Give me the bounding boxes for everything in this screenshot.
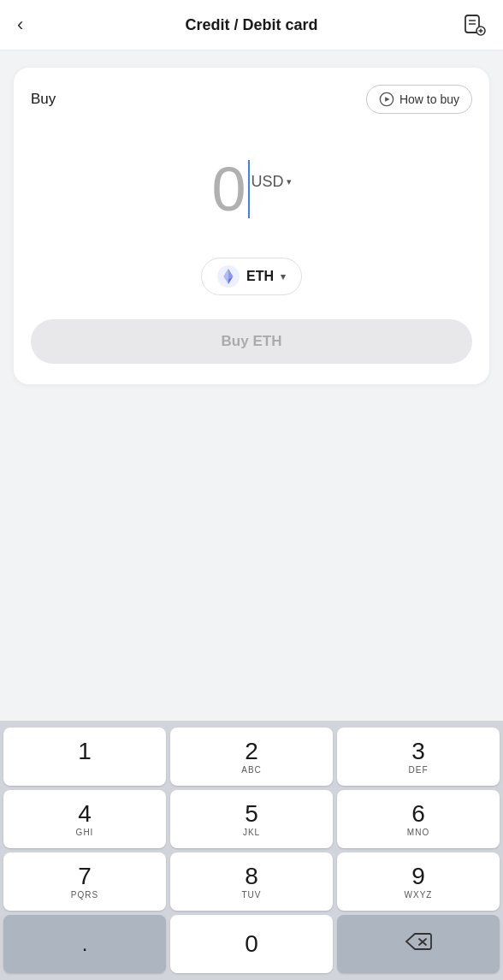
key-dot[interactable]: . [3, 915, 166, 973]
keyboard-row-2: 4 GHI 5 JKL 6 MNO [3, 790, 500, 848]
purchase-card: Buy How to buy 0 USD ▾ [14, 68, 489, 384]
backspace-icon [405, 932, 432, 956]
currency-selector[interactable]: USD ▾ [252, 173, 292, 191]
key-8[interactable]: 8 TUV [170, 852, 333, 911]
key-2[interactable]: 2 ABC [170, 728, 333, 786]
key-6[interactable]: 6 MNO [337, 790, 500, 848]
play-icon [379, 92, 394, 107]
key-3[interactable]: 3 DEF [337, 728, 500, 786]
keyboard-row-3: 7 PQRS 8 TUV 9 WXYZ [3, 852, 500, 911]
chevron-down-icon: ▾ [287, 176, 292, 187]
cursor-line [248, 160, 250, 218]
currency-label: USD [252, 173, 284, 191]
eth-logo-icon [217, 265, 240, 288]
crypto-selector-wrap: ETH ▾ [31, 258, 472, 295]
svg-marker-7 [385, 97, 389, 101]
crypto-selector[interactable]: ETH ▾ [201, 258, 302, 295]
key-backspace[interactable] [337, 915, 500, 973]
settings-icon [464, 14, 486, 36]
buy-eth-button[interactable]: Buy ETH [31, 319, 472, 364]
crypto-symbol: ETH [246, 269, 274, 284]
amount-value: 0 [211, 158, 246, 220]
crypto-chevron-icon: ▾ [281, 271, 286, 282]
card-top-row: Buy How to buy [31, 85, 472, 114]
key-5[interactable]: 5 JKL [170, 790, 333, 848]
key-9[interactable]: 9 WXYZ [337, 852, 500, 911]
keyboard-row-4: . 0 [3, 915, 500, 973]
page-title: Credit / Debit card [185, 16, 317, 34]
key-1[interactable]: 1 [3, 728, 166, 786]
header: ‹ Credit / Debit card [0, 0, 503, 50]
back-button[interactable]: ‹ [17, 14, 48, 36]
amount-row: 0 USD ▾ [211, 158, 291, 220]
key-7[interactable]: 7 PQRS [3, 852, 166, 911]
key-0[interactable]: 0 [170, 915, 333, 973]
numpad-keyboard: 1 2 ABC 3 DEF 4 GHI 5 JKL 6 MNO 7 PQRS [0, 721, 503, 980]
settings-button[interactable] [455, 14, 486, 36]
amount-area: 0 USD ▾ [31, 138, 472, 241]
keyboard-row-1: 1 2 ABC 3 DEF [3, 728, 500, 786]
how-to-buy-label: How to buy [399, 92, 459, 106]
buy-label: Buy [31, 91, 56, 108]
how-to-buy-button[interactable]: How to buy [366, 85, 472, 114]
key-4[interactable]: 4 GHI [3, 790, 166, 848]
